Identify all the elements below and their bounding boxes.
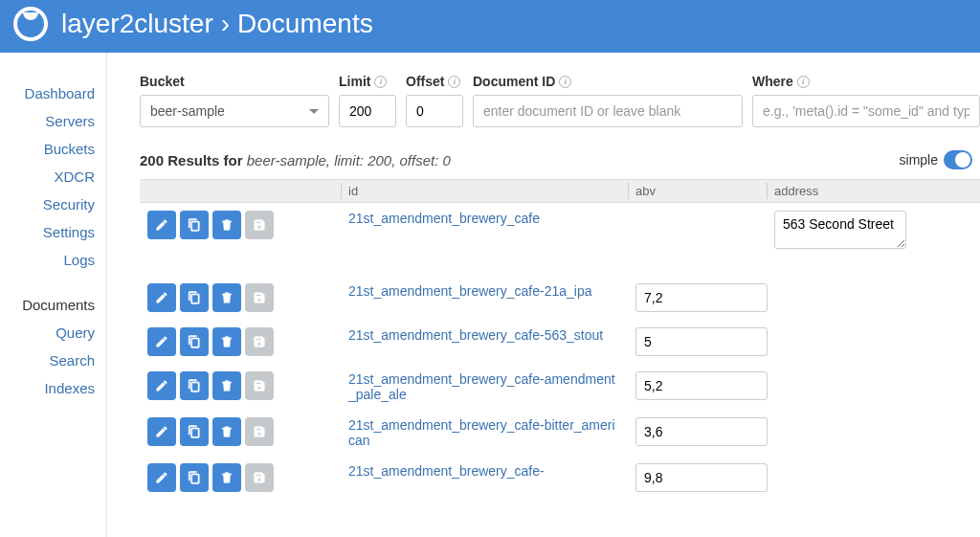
save-button (245, 211, 274, 239)
sidebar-item-settings[interactable]: Settings (0, 218, 95, 246)
save-icon (253, 335, 266, 348)
sidebar-nav: DashboardServersBucketsXDCRSecuritySetti… (0, 53, 107, 537)
toggle-pill-icon (944, 150, 972, 169)
where-input[interactable] (752, 95, 980, 127)
app-header: layer2cluster › Documents (0, 0, 980, 53)
copy-icon (188, 218, 201, 232)
sidebar-item-query[interactable]: Query (0, 319, 95, 347)
sidebar-item-dashboard[interactable]: Dashboard (0, 79, 95, 107)
edit-icon (155, 291, 168, 304)
save-icon (253, 471, 266, 484)
bucket-select[interactable]: beer-sample (140, 95, 329, 127)
sidebar-item-documents[interactable]: Documents (0, 291, 95, 319)
filter-bar: Bucket beer-sample Limit i Offset i (140, 74, 980, 127)
delete-icon (220, 335, 234, 348)
row-actions (140, 320, 341, 364)
row-actions (140, 203, 341, 276)
save-button (245, 283, 274, 312)
address-input[interactable] (774, 211, 906, 249)
delete-button[interactable] (212, 417, 241, 446)
save-button (245, 371, 274, 400)
main-content: Bucket beer-sample Limit i Offset i (107, 53, 980, 537)
offset-label: Offset i (406, 74, 463, 89)
copy-icon (188, 379, 201, 392)
where-label: Where i (752, 74, 980, 89)
copy-button[interactable] (180, 371, 209, 400)
breadcrumb: layer2cluster › Documents (61, 9, 373, 39)
edit-icon (155, 471, 168, 484)
info-icon[interactable]: i (448, 76, 460, 88)
edit-button[interactable] (147, 463, 176, 492)
abv-input[interactable] (635, 371, 768, 400)
sidebar-item-security[interactable]: Security (0, 190, 95, 218)
info-icon[interactable]: i (374, 76, 387, 88)
edit-button[interactable] (147, 327, 176, 356)
document-id-label: Document ID i (473, 74, 743, 89)
save-icon (253, 218, 266, 232)
info-icon[interactable]: i (559, 76, 571, 88)
info-icon[interactable]: i (797, 76, 810, 88)
abv-input[interactable] (635, 327, 768, 356)
save-button (245, 417, 274, 446)
edit-button[interactable] (147, 211, 176, 239)
document-id-link[interactable]: 21st_amendment_brewery_cafe-21a_ipa (348, 283, 592, 299)
copy-button[interactable] (180, 417, 209, 446)
delete-icon (220, 379, 234, 392)
save-button (245, 327, 274, 356)
edit-icon (155, 218, 168, 232)
document-id-input[interactable] (473, 95, 743, 127)
copy-button[interactable] (180, 211, 209, 239)
sidebar-item-indexes[interactable]: Indexes (0, 374, 95, 402)
column-header-abv[interactable]: abv (628, 179, 767, 203)
delete-button[interactable] (212, 371, 241, 400)
abv-input[interactable] (635, 283, 768, 312)
abv-input[interactable] (635, 417, 768, 446)
edit-button[interactable] (147, 417, 176, 446)
delete-icon (220, 425, 234, 438)
sidebar-item-buckets[interactable]: Buckets (0, 135, 95, 163)
document-id-link[interactable]: 21st_amendment_brewery_cafe (348, 211, 540, 226)
document-id-link[interactable]: 21st_amendment_brewery_cafe-amendment_pa… (348, 371, 620, 402)
section-title: Documents (237, 9, 373, 39)
copy-button[interactable] (180, 283, 209, 312)
results-grid: id abv address 21st_amendment_brewery_ca… (140, 179, 980, 500)
document-id-link[interactable]: 21st_amendment_brewery_cafe-bitter_ameri… (348, 417, 620, 448)
offset-input[interactable] (406, 95, 463, 127)
chevron-right-icon: › (221, 9, 230, 39)
edit-button[interactable] (147, 283, 176, 312)
column-header-address[interactable]: address (767, 179, 980, 203)
save-icon (253, 291, 266, 304)
delete-icon (220, 291, 234, 304)
copy-button[interactable] (180, 327, 209, 356)
delete-button[interactable] (212, 211, 241, 239)
limit-label: Limit i (339, 74, 396, 89)
sidebar-item-search[interactable]: Search (0, 347, 95, 374)
column-header-actions (140, 179, 341, 203)
document-id-link[interactable]: 21st_amendment_brewery_cafe- (348, 463, 545, 479)
sidebar-item-logs[interactable]: Logs (0, 246, 95, 274)
edit-icon (155, 425, 168, 438)
sidebar-item-servers[interactable]: Servers (0, 107, 95, 135)
row-actions (140, 456, 341, 500)
copy-icon (188, 335, 201, 348)
edit-icon (155, 335, 168, 348)
delete-button[interactable] (212, 283, 241, 312)
chevron-down-icon (309, 109, 319, 114)
column-header-id[interactable]: id (341, 179, 628, 203)
save-button (245, 463, 274, 492)
sidebar-item-xdcr[interactable]: XDCR (0, 163, 95, 190)
delete-button[interactable] (212, 463, 241, 492)
results-summary: 200 Results for beer-sample, limit: 200,… (140, 150, 980, 169)
copy-button[interactable] (180, 463, 209, 492)
view-toggle[interactable]: simple (900, 150, 972, 169)
delete-button[interactable] (212, 327, 241, 356)
cluster-name[interactable]: layer2cluster (61, 9, 213, 39)
abv-input[interactable] (635, 463, 768, 492)
limit-input[interactable] (339, 95, 396, 127)
edit-icon (155, 379, 168, 392)
document-id-link[interactable]: 21st_amendment_brewery_cafe-563_stout (348, 327, 603, 343)
bucket-label: Bucket (140, 74, 329, 89)
copy-icon (188, 471, 201, 484)
couchbase-logo-icon (13, 7, 48, 41)
edit-button[interactable] (147, 371, 176, 400)
